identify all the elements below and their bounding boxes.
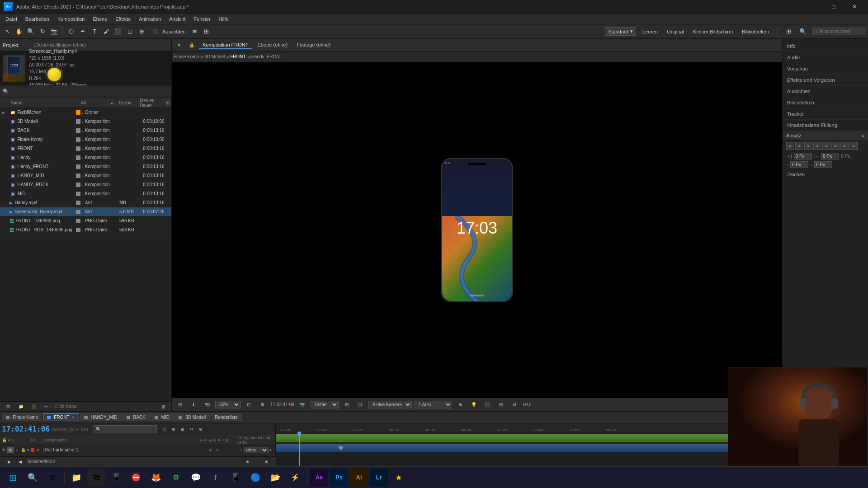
viewer-render-icon[interactable]: ⚙: [257, 399, 268, 410]
schalter-play-btn[interactable]: ▶: [4, 456, 14, 467]
taskbar-whatsapp[interactable]: 📱: [107, 469, 125, 487]
tool-camera[interactable]: 📷: [49, 26, 60, 37]
new-comp-button[interactable]: ⊞: [3, 401, 14, 412]
align-left-button[interactable]: ≡: [786, 142, 794, 150]
breadcrumb-handy-front[interactable]: Handy_FRONT: [251, 54, 283, 59]
list-item[interactable]: ▣ Finale Komp Komposition 0:00:10:00: [0, 135, 171, 144]
timeline-tab-3d-modell[interactable]: 3D Modell: [175, 413, 210, 421]
menu-komposition[interactable]: Komposition: [54, 15, 89, 23]
zeichen-section[interactable]: Zeichen: [783, 169, 868, 180]
taskbar-search[interactable]: 🔍: [24, 469, 42, 487]
align-justify-center-button[interactable]: ≡: [831, 142, 840, 150]
list-item[interactable]: ▣ Handy_FRONT Komposition 0:00:13:16: [0, 162, 171, 171]
timeline-tab-handy-mid[interactable]: HANDY_MID: [80, 413, 122, 421]
viewer-3d-icon[interactable]: ⊕: [455, 399, 466, 410]
viewer-snapshot-icon[interactable]: 📷: [297, 399, 308, 410]
indent-right-input[interactable]: [821, 153, 839, 160]
layer-1-mode-select[interactable]: Ohne: [244, 447, 269, 453]
timeline-ctrl-1[interactable]: ⬡: [160, 425, 169, 433]
vorschau-section[interactable]: Vorschau: [783, 63, 868, 75]
tab-footage[interactable]: Footage (ohne): [293, 41, 334, 49]
list-item[interactable]: ▣ HANDY_MID Komposition 0:00:13:16: [0, 171, 171, 180]
timeline-ctrl-2[interactable]: ⊕: [170, 425, 178, 433]
tool-zoom[interactable]: 🔍: [25, 26, 36, 37]
menu-bearbeiten[interactable]: Bearbeiten: [22, 15, 53, 23]
list-item[interactable]: ▣ Handy Komposition 0:00:13:16: [0, 153, 171, 162]
viewer-reset-icon[interactable]: ↺: [509, 399, 520, 410]
view-dropdown[interactable]: 1 Ansi... 2 Ansichten: [415, 401, 452, 408]
tool-eraser[interactable]: ◻: [124, 26, 135, 37]
ausrichten-checkbox[interactable]: [153, 29, 158, 34]
timeline-tab-mid[interactable]: MID: [151, 413, 174, 421]
timeline-ctrl-3[interactable]: ⊞: [179, 425, 187, 433]
timeline-ctrl-4[interactable]: ✂: [188, 425, 196, 433]
align-justify-left-button[interactable]: ≡: [822, 142, 830, 150]
help-search-input[interactable]: [812, 28, 866, 35]
new-solid-button[interactable]: ⬛: [28, 401, 39, 412]
taskbar-messenger[interactable]: 💬: [187, 469, 205, 487]
list-item[interactable]: ▶ Handy.mp4 AVI MB 0:00:13:16: [0, 198, 171, 207]
list-item[interactable]: 🖼 FRONT_RGB_1840886.png PNG-Datei 503 KB: [0, 225, 171, 235]
timeline-timecode[interactable]: 17:02:41:06: [2, 425, 50, 433]
tab-komposition-front[interactable]: Komposition FRONT: [199, 41, 252, 49]
toolbar-search-icon[interactable]: 🔍: [797, 26, 808, 37]
new-folder-button[interactable]: 📁: [15, 401, 26, 412]
layer-1-lock-btn[interactable]: 🔒: [20, 447, 26, 453]
align-right-button[interactable]: ≡: [804, 142, 812, 150]
timeline-footer-btn1[interactable]: ⊕: [242, 456, 253, 467]
timeline-ctrl-5[interactable]: ⊗: [197, 425, 205, 433]
playhead-handle[interactable]: [297, 432, 301, 435]
viewer-fit-icon[interactable]: ⊡: [243, 399, 254, 410]
taskbar-lightroom[interactable]: Lr: [370, 469, 388, 487]
taskbar-app11[interactable]: ⚡: [286, 469, 304, 487]
list-item[interactable]: ▶ Screencast_Handy.mp4 AVI 5,8 MB 0:00:0…: [0, 207, 171, 216]
timeline-tab-back[interactable]: BACK: [123, 413, 150, 421]
absatz-menu-icon[interactable]: ≡: [862, 133, 864, 138]
tool-text[interactable]: T: [89, 26, 100, 37]
tool-pen[interactable]: ✒: [77, 26, 88, 37]
menu-ansicht[interactable]: Ansicht: [165, 15, 189, 23]
layer-1-name[interactable]: [Rot Farbfläche 1]: [43, 447, 208, 452]
breadcrumb-finale-komp[interactable]: Finale Komp: [174, 54, 199, 59]
taskbar-photoshop[interactable]: Ps: [330, 469, 348, 487]
taskbar-files[interactable]: 📂: [266, 469, 284, 487]
viewer-info-icon[interactable]: ℹ: [188, 399, 199, 410]
list-item[interactable]: ▣ MID Komposition 0:00:13:16: [0, 189, 171, 198]
breadcrumb-3d-modell[interactable]: 3D Modell: [204, 54, 225, 59]
taskbar-app16[interactable]: ★: [390, 469, 408, 487]
tool-brush[interactable]: 🖌: [101, 26, 112, 37]
ausrichten-section[interactable]: Ausrichten: [783, 86, 868, 97]
taskbar-illustrator[interactable]: Ai: [350, 469, 368, 487]
maximize-button[interactable]: □: [824, 0, 844, 14]
toolbar-grid-icon[interactable]: ⊞: [783, 26, 794, 37]
layer-1-sw2[interactable]: ✏: [215, 447, 221, 453]
workspace-standard[interactable]: Standard ▾: [605, 27, 636, 36]
list-item[interactable]: ▣ BACK Komposition 0:00:13:16: [0, 126, 171, 135]
close-button[interactable]: ✕: [844, 0, 864, 14]
lock-viewer-button[interactable]: 🔒: [186, 40, 197, 51]
align-center-button[interactable]: ≡: [795, 142, 803, 150]
tool-stamp[interactable]: ⬛: [113, 26, 123, 37]
camera-dropdown[interactable]: Aktive Kamera Kamera 1: [368, 401, 412, 408]
workspace-lernen[interactable]: Lernen: [640, 28, 660, 35]
layer-1-expand-icon[interactable]: ▶: [27, 448, 30, 452]
close-viewer-button[interactable]: ✕: [174, 40, 184, 51]
audio-section[interactable]: Audio: [783, 52, 868, 63]
list-item[interactable]: ▣ HANDY_RÜCK Komposition 0:00:13:16: [0, 180, 171, 189]
menu-fenster[interactable]: Fenster: [190, 15, 214, 23]
viewer-transport-prev[interactable]: ⊞: [175, 399, 185, 410]
timeline-tab-renderliste[interactable]: Renderliste: [211, 413, 242, 421]
delete-button[interactable]: 🗑: [158, 401, 169, 412]
space-before-input[interactable]: [790, 161, 808, 168]
tool-extra2[interactable]: ⊞: [201, 26, 212, 37]
taskbar-aftereffects[interactable]: Ae: [310, 469, 328, 487]
taskbar-app6[interactable]: ⚙: [167, 469, 185, 487]
bibliotheken-section[interactable]: Bibliotheken: [783, 97, 868, 108]
menu-animation[interactable]: Animation: [135, 15, 165, 23]
align-justify-right-button[interactable]: ≡: [840, 142, 849, 150]
viewer-light-icon[interactable]: 💡: [468, 399, 479, 410]
effekte-section[interactable]: Effekte und Vorgaben: [783, 75, 868, 86]
list-item[interactable]: ▶ 📁 Farbflächen Ordner: [0, 108, 171, 117]
menu-datei[interactable]: Datei: [2, 15, 21, 23]
workspace-kleiner[interactable]: Kleiner Bildschirm: [690, 28, 736, 35]
